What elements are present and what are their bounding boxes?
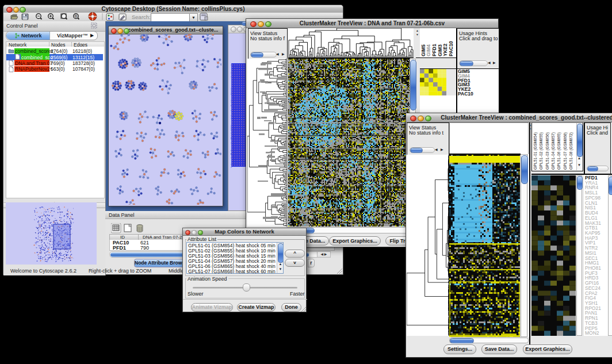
svg-text:GIM4: GIM4 xyxy=(426,44,431,56)
svg-text:GPL51-07 (GSM868): GPL51-07 (GSM868) xyxy=(563,132,568,170)
svg-text:PFD1: PFD1 xyxy=(431,44,437,56)
svg-text:GPL51-04 (GSM857): GPL51-04 (GSM857) xyxy=(551,132,556,170)
svg-text:PAC10: PAC10 xyxy=(448,41,454,56)
svg-text:GPL51-06 (GSM865): GPL51-06 (GSM865) xyxy=(557,132,561,170)
svg-text:GPL51-01 (GSM854): GPL51-01 (GSM854) xyxy=(533,132,538,170)
svg-text:GPL51-08 (GSM872): GPL51-08 (GSM872) xyxy=(569,132,573,170)
svg-text:GPL51-02 (GSM855): GPL51-02 (GSM855) xyxy=(539,132,544,170)
svg-text:GPL51-03 (GSM856): GPL51-03 (GSM856) xyxy=(545,132,550,170)
svg-text:YKE2: YKE2 xyxy=(442,44,448,56)
svg-text:GIM3: GIM3 xyxy=(437,44,443,56)
svg-text:GIM5: GIM5 xyxy=(420,44,426,56)
